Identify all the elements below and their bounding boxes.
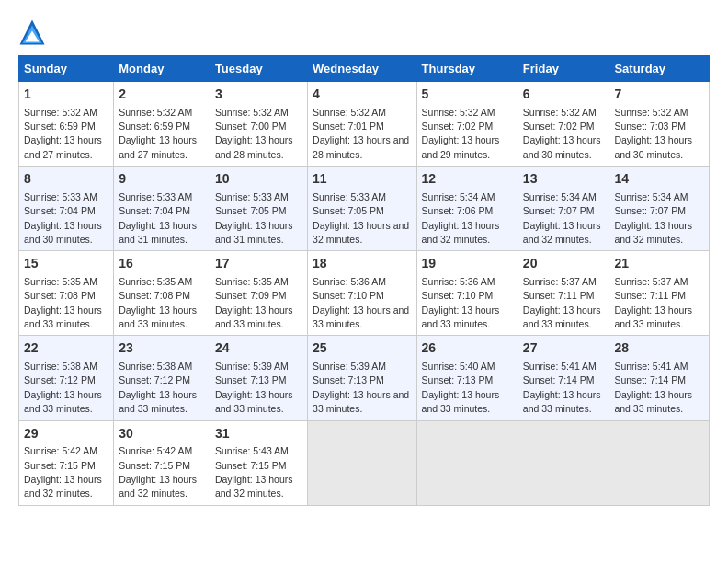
day-number: 29 <box>24 425 108 443</box>
header-cell-thursday: Thursday <box>416 56 518 82</box>
header-cell-friday: Friday <box>518 56 609 82</box>
daylight-text: Daylight: 13 hours and 30 minutes. <box>614 134 692 159</box>
daylight-text: Daylight: 13 hours and 29 minutes. <box>422 134 500 159</box>
sunrise-text: Sunrise: 5:42 AM <box>24 445 97 456</box>
day-number: 22 <box>24 339 108 358</box>
day-cell: 7 Sunrise: 5:32 AM Sunset: 7:03 PM Dayli… <box>609 82 710 167</box>
daylight-text: Daylight: 13 hours and 33 minutes. <box>119 304 197 329</box>
header-cell-monday: Monday <box>114 56 210 82</box>
day-number: 31 <box>215 425 302 443</box>
daylight-text: Daylight: 13 hours and 32 minutes. <box>119 474 197 499</box>
day-cell: 16 Sunrise: 5:35 AM Sunset: 7:08 PM Dayl… <box>114 251 210 336</box>
sunrise-text: Sunrise: 5:39 AM <box>313 361 386 372</box>
sunset-text: Sunset: 7:14 PM <box>614 374 686 385</box>
daylight-text: Daylight: 13 hours and 33 minutes. <box>215 304 293 329</box>
week-row-1: 1 Sunrise: 5:32 AM Sunset: 6:59 PM Dayli… <box>19 82 710 167</box>
day-cell: 10 Sunrise: 5:33 AM Sunset: 7:05 PM Dayl… <box>210 167 307 251</box>
sunset-text: Sunset: 7:01 PM <box>313 121 384 132</box>
logo <box>18 18 50 46</box>
day-number: 13 <box>523 170 605 189</box>
day-number: 27 <box>523 339 605 358</box>
day-cell: 21 Sunrise: 5:37 AM Sunset: 7:11 PM Dayl… <box>609 251 710 336</box>
day-number: 7 <box>614 86 704 104</box>
daylight-text: Daylight: 13 hours and 32 minutes. <box>313 220 409 245</box>
day-number: 11 <box>313 170 411 189</box>
header-cell-wednesday: Wednesday <box>308 56 416 82</box>
sunrise-text: Sunrise: 5:32 AM <box>614 107 688 118</box>
day-cell: 19 Sunrise: 5:36 AM Sunset: 7:10 PM Dayl… <box>416 251 518 336</box>
daylight-text: Daylight: 13 hours and 27 minutes. <box>119 134 197 159</box>
day-cell: 14 Sunrise: 5:34 AM Sunset: 7:07 PM Dayl… <box>609 167 710 251</box>
sunset-text: Sunset: 7:12 PM <box>24 374 96 385</box>
sunset-text: Sunset: 7:04 PM <box>24 205 96 216</box>
daylight-text: Daylight: 13 hours and 33 minutes. <box>614 304 692 329</box>
daylight-text: Daylight: 13 hours and 30 minutes. <box>523 134 601 159</box>
daylight-text: Daylight: 13 hours and 32 minutes. <box>422 220 500 245</box>
day-number: 28 <box>614 339 704 358</box>
day-cell: 28 Sunrise: 5:41 AM Sunset: 7:14 PM Dayl… <box>609 336 710 420</box>
daylight-text: Daylight: 13 hours and 31 minutes. <box>119 220 197 245</box>
sunset-text: Sunset: 7:13 PM <box>215 374 287 385</box>
day-number: 2 <box>119 86 205 104</box>
daylight-text: Daylight: 13 hours and 28 minutes. <box>313 134 409 159</box>
sunrise-text: Sunrise: 5:34 AM <box>422 191 495 202</box>
sunset-text: Sunset: 7:07 PM <box>614 205 686 216</box>
day-cell: 23 Sunrise: 5:38 AM Sunset: 7:12 PM Dayl… <box>114 336 210 420</box>
sunrise-text: Sunrise: 5:41 AM <box>523 361 597 372</box>
sunrise-text: Sunrise: 5:35 AM <box>119 276 192 287</box>
sunset-text: Sunset: 7:13 PM <box>313 374 384 385</box>
sunrise-text: Sunrise: 5:35 AM <box>215 276 289 287</box>
sunrise-text: Sunrise: 5:33 AM <box>119 191 192 202</box>
logo-icon <box>18 18 46 46</box>
sunset-text: Sunset: 7:04 PM <box>119 205 190 216</box>
sunset-text: Sunset: 7:08 PM <box>24 290 96 301</box>
sunrise-text: Sunrise: 5:34 AM <box>523 191 597 202</box>
sunrise-text: Sunrise: 5:33 AM <box>24 191 97 202</box>
sunset-text: Sunset: 7:10 PM <box>422 290 494 301</box>
page-header <box>18 18 710 46</box>
daylight-text: Daylight: 13 hours and 33 minutes. <box>614 389 692 414</box>
day-number: 14 <box>614 170 704 189</box>
day-cell: 22 Sunrise: 5:38 AM Sunset: 7:12 PM Dayl… <box>19 336 114 420</box>
day-cell: 11 Sunrise: 5:33 AM Sunset: 7:05 PM Dayl… <box>308 167 416 251</box>
day-number: 15 <box>24 255 108 273</box>
day-cell <box>609 420 710 505</box>
sunrise-text: Sunrise: 5:32 AM <box>119 107 192 118</box>
sunrise-text: Sunrise: 5:35 AM <box>24 276 97 287</box>
sunrise-text: Sunrise: 5:34 AM <box>614 191 688 202</box>
sunset-text: Sunset: 7:06 PM <box>422 205 494 216</box>
sunset-text: Sunset: 7:11 PM <box>614 290 686 301</box>
day-cell: 5 Sunrise: 5:32 AM Sunset: 7:02 PM Dayli… <box>416 82 518 167</box>
day-number: 9 <box>119 170 205 189</box>
day-cell: 30 Sunrise: 5:42 AM Sunset: 7:15 PM Dayl… <box>114 420 210 505</box>
day-cell: 3 Sunrise: 5:32 AM Sunset: 7:00 PM Dayli… <box>210 82 307 167</box>
sunset-text: Sunset: 7:02 PM <box>523 121 595 132</box>
day-number: 21 <box>614 255 704 273</box>
daylight-text: Daylight: 13 hours and 32 minutes. <box>24 474 102 499</box>
day-cell: 15 Sunrise: 5:35 AM Sunset: 7:08 PM Dayl… <box>19 251 114 336</box>
daylight-text: Daylight: 13 hours and 32 minutes. <box>614 220 692 245</box>
day-cell: 12 Sunrise: 5:34 AM Sunset: 7:06 PM Dayl… <box>416 167 518 251</box>
daylight-text: Daylight: 13 hours and 33 minutes. <box>422 304 500 329</box>
sunset-text: Sunset: 7:10 PM <box>313 290 384 301</box>
sunrise-text: Sunrise: 5:32 AM <box>215 107 289 118</box>
sunrise-text: Sunrise: 5:43 AM <box>215 445 289 456</box>
day-cell: 31 Sunrise: 5:43 AM Sunset: 7:15 PM Dayl… <box>210 420 307 505</box>
daylight-text: Daylight: 13 hours and 32 minutes. <box>523 220 601 245</box>
sunrise-text: Sunrise: 5:32 AM <box>523 107 597 118</box>
day-cell: 13 Sunrise: 5:34 AM Sunset: 7:07 PM Dayl… <box>518 167 609 251</box>
week-row-2: 8 Sunrise: 5:33 AM Sunset: 7:04 PM Dayli… <box>19 167 710 251</box>
day-number: 19 <box>422 255 513 273</box>
day-cell: 29 Sunrise: 5:42 AM Sunset: 7:15 PM Dayl… <box>19 420 114 505</box>
day-number: 6 <box>523 86 605 104</box>
sunrise-text: Sunrise: 5:38 AM <box>119 361 192 372</box>
day-cell: 2 Sunrise: 5:32 AM Sunset: 6:59 PM Dayli… <box>114 82 210 167</box>
day-number: 26 <box>422 339 513 358</box>
header-cell-saturday: Saturday <box>609 56 710 82</box>
daylight-text: Daylight: 13 hours and 33 minutes. <box>215 389 293 414</box>
sunset-text: Sunset: 7:12 PM <box>119 374 190 385</box>
day-number: 10 <box>215 170 302 189</box>
sunrise-text: Sunrise: 5:37 AM <box>523 276 597 287</box>
daylight-text: Daylight: 13 hours and 33 minutes. <box>24 304 102 329</box>
sunrise-text: Sunrise: 5:33 AM <box>215 191 289 202</box>
